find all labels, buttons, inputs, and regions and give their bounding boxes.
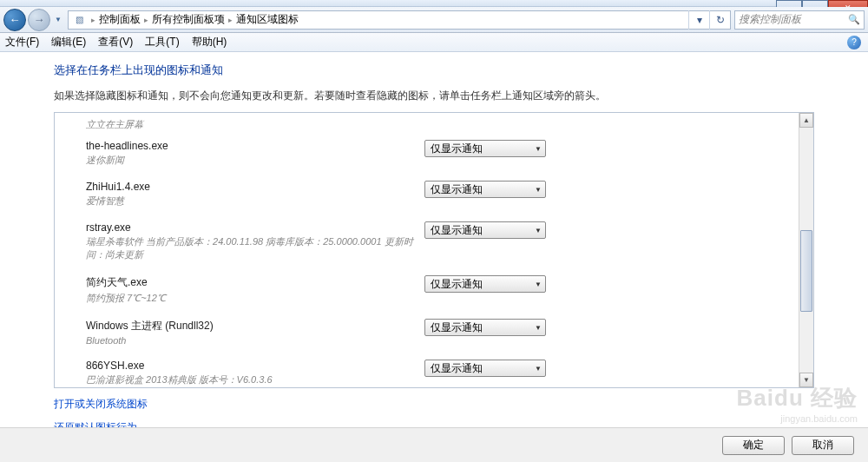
nav-history-dropdown[interactable]: ▼: [52, 11, 64, 29]
footer: 确定 取消: [0, 427, 868, 462]
forward-button[interactable]: →: [28, 9, 50, 31]
scroll-thumb[interactable]: [800, 230, 812, 312]
app-name: Windows 主进程 (Rundll32): [86, 319, 424, 333]
chevron-down-icon: ▼: [535, 365, 542, 373]
behavior-dropdown[interactable]: 仅显示通知▼: [424, 181, 546, 198]
menu-view[interactable]: 查看(V): [98, 35, 133, 50]
window-titlebar: — ▭ ✕: [0, 0, 868, 7]
list-item: the-headlines.exe迷你新闻仅显示通知▼: [86, 136, 813, 177]
breadcrumb-item[interactable]: 所有控制面板项: [152, 12, 225, 27]
chevron-down-icon: ▼: [535, 227, 542, 234]
cancel-button[interactable]: 取消: [792, 436, 854, 455]
behavior-dropdown[interactable]: 仅显示通知▼: [424, 360, 546, 377]
dropdown-value: 仅显示通知: [431, 223, 483, 238]
explorer-navbar: ← → ▼ ▧ ▸ 控制面板 ▸ 所有控制面板项 ▸ 通知区域图标 ▾ ↻ 搜索…: [0, 7, 868, 33]
menu-tools[interactable]: 工具(T): [145, 35, 179, 50]
dropdown-value: 仅显示通知: [431, 277, 483, 292]
menubar: 文件(F) 编辑(E) 查看(V) 工具(T) 帮助(H) ?: [0, 33, 868, 52]
app-name: the-headlines.exe: [86, 140, 424, 152]
breadcrumb-item[interactable]: 控制面板: [99, 12, 141, 27]
scroll-up-button[interactable]: ▲: [799, 113, 813, 128]
list-item: ZhiHui1.4.exe爱情智慧仅显示通知▼: [86, 177, 813, 218]
behavior-dropdown[interactable]: 仅显示通知▼: [424, 275, 546, 293]
list-item: 简约天气.exe简约预报 7℃~12℃仅显示通知▼: [86, 272, 813, 315]
app-description: Bluetooth: [86, 335, 424, 346]
back-button[interactable]: ←: [3, 9, 26, 31]
breadcrumb-item[interactable]: 通知区域图标: [236, 12, 299, 27]
page-title: 选择在任务栏上出现的图标和通知: [54, 63, 814, 78]
app-name: ZhiHui1.4.exe: [86, 181, 424, 193]
dropdown-value: 仅显示通知: [431, 182, 483, 197]
chevron-right-icon: ▸: [144, 16, 148, 24]
search-icon: 🔍: [848, 14, 860, 25]
dropdown-value: 仅显示通知: [431, 320, 483, 335]
behavior-dropdown[interactable]: 仅显示通知▼: [424, 221, 546, 239]
scrollbar[interactable]: ▲ ▼: [799, 113, 813, 387]
content-area: 选择在任务栏上出现的图标和通知 如果选择隐藏图标和通知，则不会向您通知更改和更新…: [0, 52, 868, 427]
list-item: rstray.exe瑞星杀毒软件 当前产品版本：24.00.11.98 病毒库版…: [86, 218, 813, 272]
chevron-right-icon: ▸: [91, 16, 95, 24]
refresh-button[interactable]: ↻: [709, 10, 730, 30]
behavior-dropdown[interactable]: 仅显示通知▼: [424, 140, 546, 157]
search-placeholder: 搜索控制面板: [739, 12, 801, 27]
help-icon[interactable]: ?: [847, 36, 861, 50]
app-description: 瑞星杀毒软件 当前产品版本：24.00.11.98 病毒库版本：25.0000.…: [86, 235, 424, 261]
chevron-down-icon: ▼: [535, 280, 542, 288]
partial-row: 立立在主屏幕: [86, 118, 813, 131]
chevron-right-icon: ▸: [228, 16, 233, 24]
notification-list: 立立在主屏幕 the-headlines.exe迷你新闻仅显示通知▼ZhiHui…: [54, 112, 814, 388]
panel-icon: ▧: [72, 13, 86, 27]
page-description: 如果选择隐藏图标和通知，则不会向您通知更改和更新。若要随时查看隐藏的图标，请单击…: [54, 89, 814, 103]
chevron-down-icon: ▼: [535, 324, 542, 332]
dropdown-value: 仅显示通知: [431, 361, 483, 376]
app-name: rstray.exe: [86, 221, 424, 234]
menu-edit[interactable]: 编辑(E): [51, 35, 86, 50]
app-description: 爱情智慧: [86, 195, 424, 208]
behavior-dropdown[interactable]: 仅显示通知▼: [424, 319, 546, 336]
app-name: 866YSH.exe: [86, 360, 424, 372]
ok-button[interactable]: 确定: [722, 436, 785, 455]
chevron-down-icon: ▼: [535, 145, 542, 153]
menu-file[interactable]: 文件(F): [5, 35, 39, 50]
system-icons-link[interactable]: 打开或关闭系统图标: [54, 397, 814, 412]
menu-help[interactable]: 帮助(H): [192, 35, 227, 50]
scroll-track[interactable]: [799, 128, 813, 373]
app-description: 迷你新闻: [86, 154, 424, 167]
chevron-down-icon: ▼: [535, 186, 542, 194]
breadcrumb-dropdown[interactable]: ▾: [688, 10, 709, 30]
list-item: 866YSH.exe巴渝湛影视盒 2013精典版 版本号：V6.0.3.6仅显示…: [86, 356, 813, 388]
dropdown-value: 仅显示通知: [431, 142, 483, 156]
scroll-down-button[interactable]: ▼: [799, 373, 813, 387]
breadcrumb[interactable]: ▧ ▸ 控制面板 ▸ 所有控制面板项 ▸ 通知区域图标 ▾ ↻: [68, 10, 731, 30]
search-input[interactable]: 搜索控制面板 🔍: [734, 10, 865, 30]
app-description: 简约预报 7℃~12℃: [86, 292, 424, 305]
app-description: 巴渝湛影视盒 2013精典版 版本号：V6.0.3.6: [86, 373, 424, 386]
list-item: Windows 主进程 (Rundll32)Bluetooth仅显示通知▼: [86, 315, 813, 356]
app-name: 简约天气.exe: [86, 275, 424, 290]
